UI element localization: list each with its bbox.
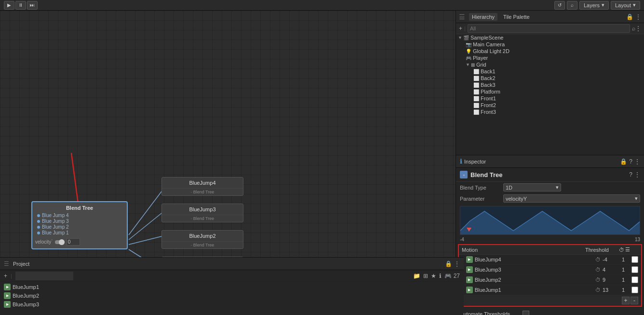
motion-row-3[interactable]: ≡ ▶ BlueJump1 ⏱ 13 1 (459, 285, 641, 295)
back2-icon: ⬜ (473, 76, 479, 81)
motion-speed-3[interactable]: 1 (622, 287, 631, 293)
hierarchy-lock-icon[interactable]: 🔒 (626, 14, 633, 20)
project-menu-icon[interactable]: ⋮ (454, 260, 460, 267)
motion-speed-2[interactable]: 1 (622, 277, 631, 283)
motion-thresh-3[interactable]: 13 (603, 287, 622, 293)
project-folder-icon[interactable]: 📁 (413, 273, 420, 279)
tab-hierarchy[interactable]: Hierarchy (469, 13, 497, 21)
motion-check-1[interactable] (631, 266, 638, 273)
motion-icon-2: ☰ (625, 247, 630, 253)
jump-node-0[interactable]: BlueJump4 · Blend Tree (161, 177, 243, 196)
jump-node-1[interactable]: BlueJump3 · Blend Tree (161, 204, 243, 222)
project-grid-icon[interactable]: ⊞ (423, 273, 428, 279)
blend-tree-node-items: Blue Jump 4 Blue Jump 3 Blue Jump 2 Blue… (35, 213, 124, 235)
inspector-lock-icon[interactable]: 🔒 (620, 158, 627, 165)
project-star-icon[interactable]: ★ (431, 273, 436, 279)
hierarchy-tree: ▼ 🎬 SampleScene 📷 Main Camera 💡 Global L… (456, 34, 644, 150)
parameter-dropdown[interactable]: velocityY ▾ (503, 194, 640, 203)
hierarchy-options-icon[interactable]: ⋮ (635, 25, 641, 32)
motion-thresh-2[interactable]: 9 (603, 277, 622, 283)
blend-tree-node[interactable]: Blend Tree Blue Jump 4 Blue Jump 3 Blue … (31, 201, 128, 249)
hierarchy-menu-icon[interactable]: ⋮ (635, 14, 641, 20)
tree-label-7: Platform (481, 89, 500, 95)
motion-clock-3: ⏱ (595, 287, 601, 293)
parameter-label: Parameter (460, 196, 503, 202)
project-list: ▶ BlueJump1 ▶ BlueJump2 ▶ BlueJump3 (0, 282, 464, 315)
velocity-slider[interactable] (55, 240, 65, 244)
motion-add-button[interactable]: + (622, 297, 630, 304)
component-menu-icon[interactable]: ⋮ (634, 171, 640, 178)
tree-item-10[interactable]: ⬜ Front3 (456, 109, 644, 115)
layers-dropdown[interactable]: Layers ▾ (579, 1, 609, 10)
motion-remove-button[interactable]: - (631, 297, 638, 304)
project-title: Project (13, 261, 29, 267)
hierarchy-search-icon[interactable]: ⌕ (632, 25, 635, 32)
hierarchy-header: ☰ Hierarchy Tile Palette 🔒 ⋮ (456, 11, 644, 23)
velocity-input[interactable] (67, 238, 80, 246)
project-panel: ☰ Project 🔒 ⋮ + | 📁 ⊞ ★ ℹ 🎮 27 ▶ BlueJum… (0, 257, 464, 315)
front3-icon: ⬜ (473, 110, 479, 115)
playback-controls: ▶ ⏸ ⏭ (4, 1, 38, 10)
automate-checkbox[interactable] (523, 311, 529, 315)
search-button[interactable]: ⌕ (567, 1, 577, 10)
hierarchy-search-input[interactable] (468, 24, 630, 33)
jump-node-2-sub: · Blend Tree (162, 242, 243, 248)
motion-row-1[interactable]: ≡ ▶ BlueJump3 ⏱ 4 1 (459, 265, 641, 275)
blend-type-dropdown[interactable]: 1D ▾ (503, 183, 561, 192)
hierarchy-add-icon[interactable]: + (459, 25, 462, 32)
blend-type-label: Blend Type (460, 185, 503, 191)
motion-col-threshold-header: Threshold (585, 247, 619, 253)
jump-node-2[interactable]: BlueJump2 · Blend Tree (161, 230, 243, 249)
project-panel-header: ☰ Project 🔒 ⋮ (0, 258, 464, 270)
project-item-2[interactable]: ▶ BlueJump3 (4, 300, 460, 309)
motion-row-2[interactable]: ≡ ▶ BlueJump2 ⏱ 9 1 (459, 275, 641, 285)
step-button[interactable]: ⏭ (27, 1, 38, 10)
motion-row-0[interactable]: ≡ ▶ BlueJump4 ⏱ -4 1 (459, 255, 641, 265)
tree-item-9[interactable]: ⬜ Front2 (456, 102, 644, 109)
tree-item-6[interactable]: ⬜ Back3 (456, 82, 644, 88)
svg-line-1 (129, 213, 161, 240)
tab-tile-palette[interactable]: Tile Palette (500, 13, 533, 21)
tree-item-0[interactable]: 📷 Main Camera (456, 41, 644, 48)
parameter-chevron: ▾ (635, 195, 638, 202)
svg-line-2 (129, 236, 161, 245)
play-button[interactable]: ▶ (4, 1, 14, 10)
history-button[interactable]: ↺ (554, 1, 565, 10)
pause-button[interactable]: ⏸ (15, 1, 26, 10)
layers-label: Layers (584, 2, 600, 8)
motion-speed-0[interactable]: 1 (622, 257, 631, 262)
scene-item[interactable]: ▼ 🎬 SampleScene (456, 34, 644, 41)
automate-label: Automate Thresholds (460, 311, 523, 315)
tree-item-7[interactable]: ⬜ Platform (456, 88, 644, 95)
tree-item-1[interactable]: 💡 Global Light 2D (456, 48, 644, 55)
project-item-0[interactable]: ▶ BlueJump1 (4, 283, 460, 291)
hierarchy-toolbar: + | ⌕ ⋮ (456, 23, 644, 34)
project-item-name-1: BlueJump2 (13, 293, 39, 299)
motion-name-3: BlueJump1 (475, 287, 595, 293)
tree-item-4[interactable]: ⬜ Back1 (456, 68, 644, 75)
project-lock-icon[interactable]: 🔒 (445, 260, 452, 267)
motion-check-0[interactable] (631, 256, 638, 263)
motion-check-2[interactable] (631, 276, 638, 283)
motion-check-3[interactable] (631, 287, 638, 293)
layout-label: Layout (615, 2, 631, 8)
motion-thresh-0[interactable]: -4 (603, 257, 622, 262)
tree-label-10: Front3 (481, 109, 496, 115)
project-item-1[interactable]: ▶ BlueJump2 (4, 291, 460, 300)
layout-dropdown[interactable]: Layout ▾ (611, 1, 640, 10)
hierarchy-header-right: 🔒 ⋮ (626, 14, 641, 20)
tree-item-2[interactable]: 🎮 Player (456, 55, 644, 61)
project-search-input[interactable] (15, 272, 73, 280)
inspector-menu-icon[interactable]: ⋮ (634, 158, 640, 165)
blend-type-chevron: ▾ (556, 184, 559, 191)
inspector-help-icon[interactable]: ? (629, 158, 632, 165)
motion-speed-1[interactable]: 1 (622, 267, 631, 273)
project-add-icon[interactable]: + (4, 273, 7, 279)
motion-thresh-1[interactable]: 4 (603, 267, 622, 273)
tree-item-5[interactable]: ⬜ Back2 (456, 75, 644, 82)
component-help-icon[interactable]: ? (629, 171, 632, 178)
tree-item-8[interactable]: ⬜ Front1 (456, 95, 644, 102)
tree-item-3[interactable]: ▼ ⊞ Grid (456, 61, 644, 68)
layout-chevron: ▾ (633, 2, 636, 8)
project-info-icon[interactable]: ℹ (439, 273, 442, 279)
